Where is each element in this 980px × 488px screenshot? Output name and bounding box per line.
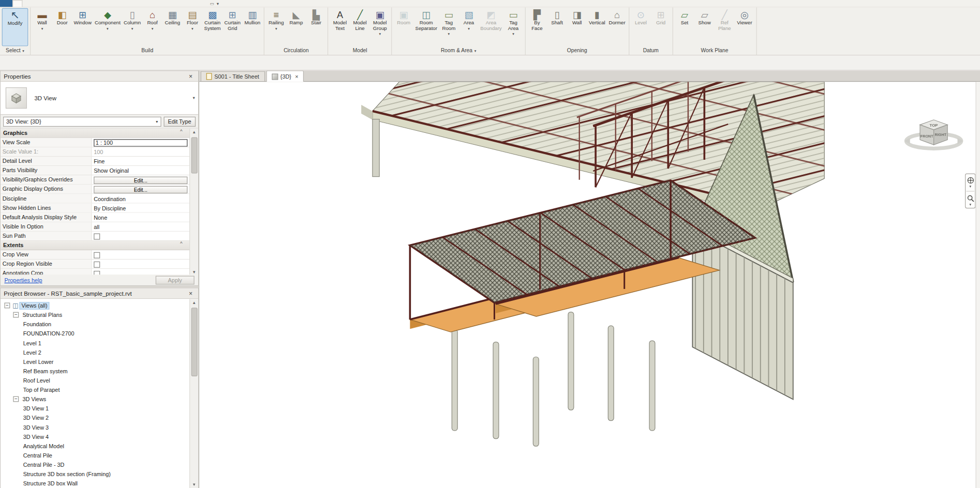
mullion-button[interactable]: ▥ Mullion bbox=[243, 8, 262, 47]
browser-scrollbar[interactable]: ▲ ▼ bbox=[189, 299, 198, 488]
crop-view-checkbox[interactable] bbox=[94, 252, 100, 258]
scroll-down-icon[interactable]: ▼ bbox=[190, 481, 198, 488]
ribbon-tab[interactable] bbox=[57, 0, 66, 7]
floor-button[interactable]: ▤ Floor ▾ bbox=[183, 8, 202, 47]
tree-item[interactable]: FOUNDATION-2700 bbox=[1, 329, 189, 338]
ribbon-tab[interactable] bbox=[66, 0, 75, 7]
tree-item[interactable]: − 3D Views bbox=[1, 394, 189, 404]
sun-path-checkbox[interactable] bbox=[94, 233, 100, 239]
tree-item[interactable]: 3D View 4 bbox=[1, 432, 189, 441]
ribbon-tab[interactable] bbox=[198, 0, 206, 7]
opening-wall-button[interactable]: ◨ Wall bbox=[568, 8, 587, 47]
panel-label-datum[interactable]: Datum bbox=[629, 46, 672, 55]
view-scale-input[interactable]: 1 : 100 bbox=[94, 139, 187, 146]
tree-item[interactable]: 3D View 3 bbox=[1, 422, 189, 432]
detail-level-value[interactable]: Fine bbox=[92, 157, 189, 165]
model-3d-view[interactable] bbox=[199, 82, 980, 488]
tree-expander[interactable]: − bbox=[4, 302, 10, 308]
ribbon-tab[interactable] bbox=[189, 0, 198, 7]
properties-section-extents[interactable]: Extents ^ bbox=[1, 241, 189, 250]
ribbon-tab[interactable] bbox=[145, 0, 154, 7]
model-line-button[interactable]: ╱ Model Line bbox=[350, 8, 369, 47]
wall-button[interactable]: ▬ Wall ▾ bbox=[33, 8, 52, 47]
area-button[interactable]: ▧ Area ▾ bbox=[459, 8, 478, 47]
ribbon-tab[interactable] bbox=[75, 0, 84, 7]
tree-item[interactable]: Analytical Model bbox=[1, 441, 189, 450]
workplane-show-button[interactable]: ▱ Show bbox=[695, 8, 714, 47]
ribbon-tab[interactable] bbox=[162, 0, 171, 7]
close-icon[interactable]: × bbox=[186, 290, 195, 297]
scrollbar-thumb[interactable] bbox=[191, 308, 198, 376]
panel-label-room-area[interactable]: Room & Area▾ bbox=[392, 46, 525, 55]
discipline-value[interactable]: Coordination bbox=[92, 194, 189, 203]
opening-shaft-button[interactable]: ▯ Shaft bbox=[547, 8, 567, 47]
room-separator-button[interactable]: ◫ Room Separator bbox=[414, 8, 438, 47]
opening-vertical-button[interactable]: ▮ Vertical bbox=[587, 8, 606, 47]
curtain-system-button[interactable]: ▩ Curtain System bbox=[203, 8, 222, 47]
tree-expander[interactable]: − bbox=[13, 312, 19, 318]
ribbon-tab[interactable] bbox=[12, 0, 22, 7]
properties-help-link[interactable]: Properties help bbox=[4, 277, 42, 283]
tree-item[interactable]: Roof Level bbox=[1, 376, 189, 385]
tag-room-button[interactable]: ▭ Tag Room ▾ bbox=[439, 8, 458, 47]
view-tab-title-sheet[interactable]: S001 - Title Sheet bbox=[201, 71, 265, 81]
panel-label-build[interactable]: Build bbox=[31, 46, 264, 55]
zoom-button[interactable] bbox=[966, 194, 974, 202]
roof-button[interactable]: ⌂ Roof ▾ bbox=[143, 8, 162, 47]
modify-button[interactable]: ↖ Modify bbox=[2, 8, 28, 47]
view-tab-3d[interactable]: {3D} × bbox=[266, 70, 304, 82]
edit-type-button[interactable]: Edit Type bbox=[164, 116, 196, 126]
apply-button[interactable]: Apply bbox=[156, 276, 195, 284]
panel-label-opening[interactable]: Opening bbox=[526, 46, 629, 55]
tree-item[interactable]: − ◫ Views (all) bbox=[1, 301, 189, 310]
ribbon-tab[interactable] bbox=[110, 0, 119, 7]
steering-wheel-button[interactable] bbox=[966, 176, 974, 184]
ribbon-tab[interactable] bbox=[171, 0, 180, 7]
parts-visibility-value[interactable]: Show Original bbox=[92, 166, 189, 175]
panel-label-model[interactable]: Model bbox=[329, 46, 392, 55]
scrollbar-thumb[interactable] bbox=[191, 138, 198, 174]
tree-item[interactable]: Structure 3D box Wall bbox=[1, 479, 189, 488]
tree-item[interactable]: 3D View 2 bbox=[1, 413, 189, 422]
panel-label-work-plane[interactable]: Work Plane bbox=[673, 46, 756, 55]
ribbon-tab[interactable] bbox=[84, 0, 93, 7]
railing-button[interactable]: ≡ Railing ▾ bbox=[266, 8, 286, 47]
model-group-button[interactable]: ▣ Model Group ▾ bbox=[370, 8, 390, 47]
window-button[interactable]: ⊞ Window bbox=[72, 8, 93, 47]
tree-item[interactable]: Ref Beam system bbox=[1, 367, 189, 376]
panel-label-circulation[interactable]: Circulation bbox=[264, 46, 328, 55]
close-icon[interactable]: × bbox=[186, 73, 195, 80]
ribbon-tab[interactable] bbox=[127, 0, 136, 7]
tree-expander[interactable]: − bbox=[13, 396, 19, 402]
drawing-area[interactable]: TOP FRONT RIGHT ▾ ▾ bbox=[199, 82, 980, 488]
ribbon-tab[interactable] bbox=[154, 0, 162, 7]
collapse-icon[interactable]: ^ bbox=[173, 241, 189, 250]
crop-region-checkbox[interactable] bbox=[94, 261, 100, 267]
tag-area-button[interactable]: ▭ Tag Area ▾ bbox=[503, 8, 523, 47]
tree-item[interactable]: 3D View 1 bbox=[1, 404, 189, 413]
tree-item[interactable]: Central Pile bbox=[1, 451, 189, 460]
type-selector[interactable]: 3D View ▾ bbox=[1, 82, 198, 115]
model-text-button[interactable]: A Model Text bbox=[330, 8, 349, 47]
ribbon-tab[interactable] bbox=[40, 0, 49, 7]
tree-item[interactable]: Level Lower bbox=[1, 357, 189, 367]
ceiling-button[interactable]: ▦ Ceiling bbox=[163, 8, 182, 47]
ribbon-tab[interactable] bbox=[136, 0, 145, 7]
ribbon-tab[interactable] bbox=[119, 0, 128, 7]
tree-item[interactable]: Level 1 bbox=[1, 338, 189, 347]
vg-overrides-edit-button[interactable]: Edit... bbox=[94, 176, 187, 184]
ribbon-tab[interactable] bbox=[31, 0, 40, 7]
component-button[interactable]: ◆ Component ▾ bbox=[94, 8, 122, 47]
properties-scrollbar[interactable]: ▲ ▼ bbox=[189, 129, 198, 276]
opening-dormer-button[interactable]: ⌂ Dormer bbox=[607, 8, 627, 47]
opening-by-face-button[interactable]: ▛ By Face bbox=[527, 8, 546, 47]
tree-item[interactable]: Top of Parapet bbox=[1, 385, 189, 394]
tree-item[interactable]: Structure 3D box section (Framing) bbox=[1, 469, 189, 479]
close-icon[interactable]: × bbox=[295, 73, 298, 80]
zoom-dropdown[interactable]: ▾ bbox=[969, 203, 971, 206]
ramp-button[interactable]: ◣ Ramp bbox=[287, 8, 306, 47]
steering-wheel-dropdown[interactable]: ▾ bbox=[969, 185, 971, 188]
door-button[interactable]: ◧ Door bbox=[52, 8, 71, 47]
visible-in-option-value[interactable]: all bbox=[92, 222, 189, 231]
ribbon-tab[interactable] bbox=[0, 0, 12, 7]
